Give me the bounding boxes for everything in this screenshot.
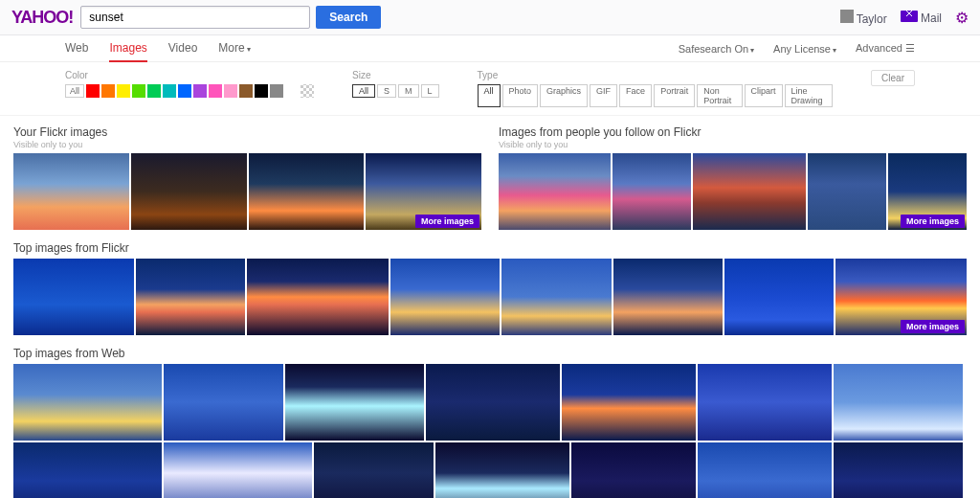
type-photo[interactable]: Photo [502, 84, 539, 107]
image-thumb[interactable] [136, 259, 245, 335]
image-thumb[interactable] [164, 442, 312, 498]
size-l[interactable]: L [421, 84, 439, 98]
image-thumb[interactable]: More images [366, 153, 481, 230]
yahoo-logo[interactable]: YAHOO! [11, 8, 73, 28]
follow-flickr-sub: Visible only to you [499, 140, 967, 149]
search-input[interactable] [80, 6, 310, 29]
user-menu[interactable]: Taylor [840, 10, 887, 26]
image-thumb[interactable] [571, 442, 696, 498]
advanced-link[interactable]: Advanced ☰ [856, 42, 915, 55]
type-line-drawing[interactable]: Line Drawing [785, 84, 834, 107]
more-images-badge[interactable]: More images [901, 215, 965, 228]
top-web-title: Top images from Web [13, 347, 967, 360]
image-thumb[interactable] [499, 153, 611, 230]
color-swatch[interactable] [101, 84, 115, 98]
image-thumb[interactable]: More images [888, 153, 967, 230]
image-thumb[interactable] [285, 364, 424, 441]
tab-web[interactable]: Web [65, 35, 88, 62]
image-thumb[interactable] [390, 259, 500, 335]
color-swatch[interactable] [117, 84, 130, 98]
tab-more[interactable]: More▾ [218, 35, 250, 62]
image-thumb[interactable] [698, 364, 832, 441]
tab-video[interactable]: Video [168, 35, 197, 62]
top-flickr-title: Top images from Flickr [13, 241, 967, 255]
type-graphics[interactable]: Graphics [540, 84, 588, 107]
color-swatch[interactable] [209, 84, 222, 98]
image-thumb[interactable] [13, 442, 162, 498]
image-thumb[interactable] [435, 442, 569, 498]
color-label: Color [65, 70, 314, 80]
color-swatch[interactable] [255, 84, 268, 98]
type-all[interactable]: All [478, 84, 501, 107]
image-thumb[interactable] [131, 153, 247, 230]
color-swatch[interactable] [239, 84, 253, 98]
license-filter[interactable]: Any License▾ [773, 43, 836, 55]
your-flickr-title: Your Flickr images [13, 125, 481, 139]
image-thumb[interactable] [164, 364, 283, 441]
mail-link[interactable]: Mail [901, 11, 942, 25]
image-thumb[interactable] [249, 153, 365, 230]
size-all[interactable]: All [352, 84, 375, 98]
image-thumb[interactable] [13, 364, 162, 441]
image-thumb[interactable] [612, 153, 691, 230]
color-swatch[interactable] [132, 84, 145, 98]
size-m[interactable]: M [398, 84, 419, 98]
avatar-icon [840, 10, 854, 23]
type-clipart[interactable]: Clipart [745, 84, 783, 107]
type-gif[interactable]: GIF [590, 84, 617, 107]
type-face[interactable]: Face [619, 84, 652, 107]
tab-images[interactable]: Images [109, 35, 146, 62]
color-all[interactable]: All [65, 84, 84, 98]
more-images-badge[interactable]: More images [415, 215, 479, 228]
image-thumb[interactable] [698, 442, 832, 498]
clear-button[interactable]: Clear [871, 70, 915, 86]
image-thumb[interactable] [426, 364, 560, 441]
color-swatch[interactable] [86, 84, 100, 98]
more-images-badge[interactable]: More images [901, 320, 965, 333]
color-swatch[interactable] [285, 84, 299, 98]
your-flickr-sub: Visible only to you [13, 140, 481, 149]
image-thumb[interactable] [808, 153, 886, 230]
color-swatch[interactable] [147, 84, 161, 98]
search-button[interactable]: Search [316, 6, 381, 29]
type-label: Type [478, 70, 834, 80]
follow-flickr-title: Images from people you follow on Flickr [499, 125, 967, 139]
image-thumb[interactable] [13, 153, 129, 230]
color-swatch-transparent[interactable] [301, 84, 314, 98]
type-portrait[interactable]: Portrait [654, 84, 695, 107]
image-thumb[interactable] [562, 364, 696, 441]
size-s[interactable]: S [377, 84, 396, 98]
gear-icon[interactable]: ⚙ [955, 9, 969, 27]
image-thumb[interactable] [501, 259, 611, 335]
image-thumb[interactable] [613, 259, 723, 335]
image-thumb[interactable] [724, 259, 834, 335]
size-label: Size [352, 70, 439, 80]
image-thumb[interactable] [13, 259, 134, 335]
image-thumb[interactable] [834, 364, 963, 441]
image-thumb[interactable] [247, 259, 389, 335]
color-swatch[interactable] [270, 84, 283, 98]
color-swatch[interactable] [193, 84, 207, 98]
color-swatch[interactable] [178, 84, 191, 98]
color-swatch[interactable] [163, 84, 176, 98]
mail-label: Mail [921, 11, 942, 25]
image-thumb[interactable] [834, 442, 963, 498]
image-thumb[interactable] [314, 442, 434, 498]
user-name: Taylor [857, 12, 887, 26]
type-non-portrait[interactable]: Non Portrait [697, 84, 742, 107]
color-swatch[interactable] [224, 84, 237, 98]
safesearch-toggle[interactable]: Safesearch On▾ [679, 43, 754, 55]
mail-icon [901, 11, 918, 22]
image-thumb[interactable]: More images [835, 259, 967, 335]
image-thumb[interactable] [693, 153, 805, 230]
